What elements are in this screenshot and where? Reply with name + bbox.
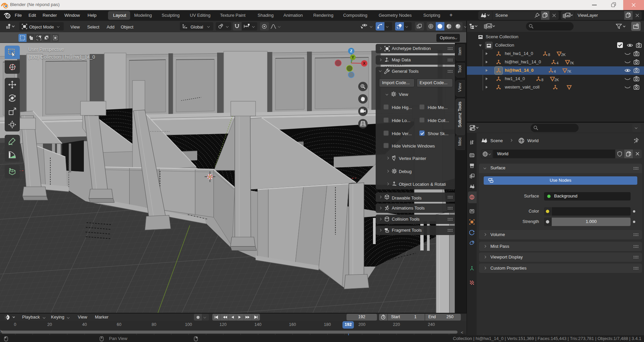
svg-text:X: X [363,61,366,65]
svg-text:Z: Z [350,49,353,53]
svg-text:Y: Y [352,55,354,59]
